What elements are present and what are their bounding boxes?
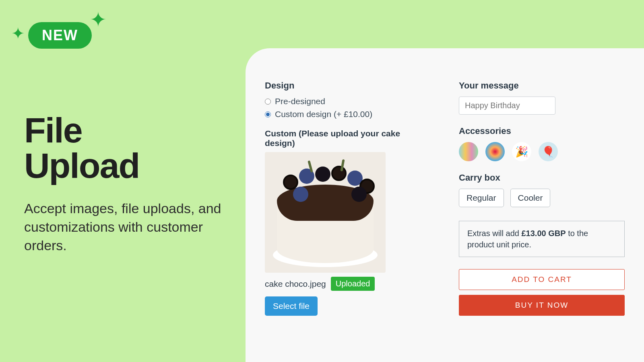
accessory-party-hat[interactable]: 🎉 xyxy=(512,142,531,161)
action-buttons: ADD TO CART BUY IT NOW xyxy=(459,269,625,316)
carrybox-title: Carry box xyxy=(459,173,625,183)
carrybox-options: Regular Cooler xyxy=(459,189,625,207)
message-input[interactable] xyxy=(459,97,555,115)
carrybox-regular[interactable]: Regular xyxy=(459,189,504,207)
right-column: Your message Accessories 🎉 🎈 Carry box R… xyxy=(459,80,625,362)
buy-now-button[interactable]: BUY IT NOW xyxy=(459,295,625,316)
design-option-pre[interactable]: Pre-designed xyxy=(265,97,431,106)
sparkle-icon: ✦ xyxy=(90,8,107,31)
radio-custom-design[interactable] xyxy=(265,111,271,117)
file-status-row: cake choco.jpeg Uploaded xyxy=(265,277,431,291)
select-file-button[interactable]: Select file xyxy=(265,296,318,316)
accessory-balloons[interactable]: 🎈 xyxy=(539,142,558,161)
hero-title-line2: Upload xyxy=(24,146,139,185)
extras-amount: £13.00 GBP xyxy=(522,229,566,238)
radio-label: Pre-designed xyxy=(275,97,325,106)
carrybox-cooler[interactable]: Cooler xyxy=(510,189,551,207)
radio-pre-designed[interactable] xyxy=(265,99,271,105)
uploaded-badge: Uploaded xyxy=(331,277,375,291)
upload-preview-image xyxy=(265,152,386,273)
hero-title: File Upload xyxy=(24,113,225,183)
design-title: Design xyxy=(265,80,431,91)
uploaded-file-name: cake choco.jpeg xyxy=(265,279,326,289)
accessories-row: 🎉 🎈 xyxy=(459,142,625,161)
add-to-cart-button[interactable]: ADD TO CART xyxy=(459,269,625,290)
hero-title-line1: File xyxy=(24,110,82,150)
hero-subtitle: Accept images, file uploads, and customi… xyxy=(24,200,225,255)
product-options-panel: Design Pre-designed Custom design (+ £10… xyxy=(246,48,644,362)
hero-copy: File Upload Accept images, file uploads,… xyxy=(24,113,225,255)
radio-label: Custom design (+ £10.00) xyxy=(275,109,372,119)
accessory-candles[interactable] xyxy=(459,142,478,161)
sparkle-icon: ✦ xyxy=(11,24,25,43)
accessory-sprinkles[interactable] xyxy=(485,142,505,161)
accessories-title: Accessories xyxy=(459,126,625,136)
design-option-custom[interactable]: Custom design (+ £10.00) xyxy=(265,109,431,119)
upload-label: Custom (Please upload your cake design) xyxy=(265,129,431,148)
message-title: Your message xyxy=(459,80,625,91)
extras-summary: Extras will add £13.00 GBP to the produc… xyxy=(459,221,625,257)
left-column: Design Pre-designed Custom design (+ £10… xyxy=(265,80,431,362)
extras-prefix: Extras will add xyxy=(467,229,522,238)
new-badge: NEW xyxy=(28,22,92,49)
